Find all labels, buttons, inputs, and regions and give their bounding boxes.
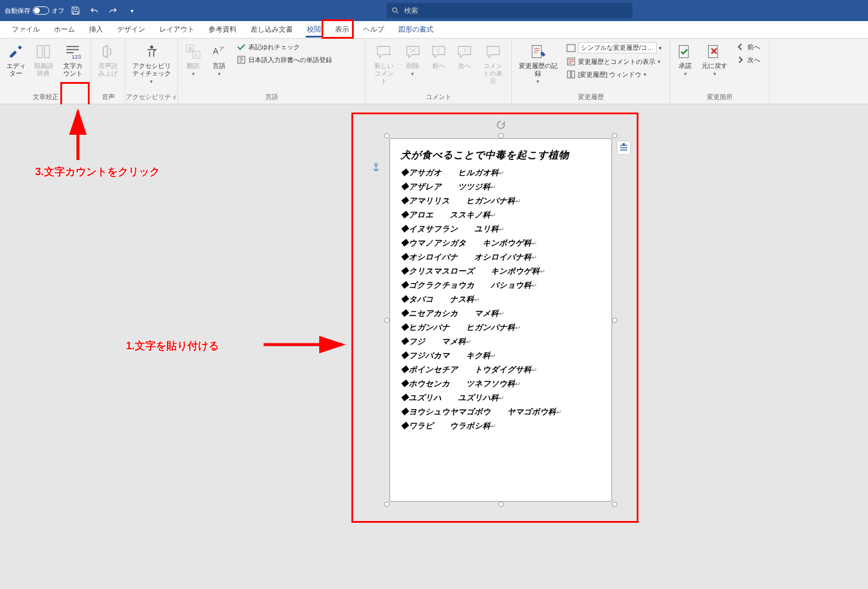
- svg-text:123: 123: [71, 53, 81, 60]
- resize-handle[interactable]: [384, 133, 389, 138]
- prev-comment-button[interactable]: 前へ: [426, 40, 452, 72]
- tab-layout[interactable]: レイアウト: [152, 21, 201, 39]
- wordcount-icon: 123: [63, 42, 82, 61]
- language-button[interactable]: Aア 言語: [206, 40, 232, 80]
- readaloud-icon: [99, 42, 118, 61]
- tab-review[interactable]: 校閲: [300, 21, 328, 39]
- accessibility-icon: [142, 42, 161, 61]
- svg-text:ア: ア: [219, 46, 224, 52]
- resize-handle[interactable]: [612, 502, 617, 507]
- display-mode-icon: [566, 43, 576, 53]
- redo-icon[interactable]: [105, 3, 121, 18]
- rotate-handle-icon[interactable]: [495, 119, 507, 131]
- autosave-label: 自動保存: [5, 6, 30, 15]
- next-comment-icon: [455, 42, 474, 61]
- annotation-arrow-step1: [264, 336, 351, 355]
- undo-icon[interactable]: [87, 3, 102, 18]
- ribbon-group-tracking: 変更履歴の記録 シンプルな変更履歴/コ… ▾ 変更履歴とコメントの表示 [変更履…: [512, 39, 670, 104]
- ime-dict-register-button[interactable]: 日本語入力辞書への単語登録: [234, 54, 334, 66]
- resize-handle[interactable]: [498, 133, 504, 138]
- autosave-toggle[interactable]: 自動保存 オフ: [5, 6, 64, 15]
- prev-change-button[interactable]: 前へ: [733, 41, 763, 53]
- ribbon-group-accessibility: アクセシビリティチェック アクセシビリティ: [125, 39, 178, 104]
- tab-design[interactable]: デザイン: [110, 21, 152, 39]
- prev-icon: [736, 42, 745, 52]
- svg-rect-15: [568, 71, 570, 78]
- svg-point-20: [623, 143, 625, 145]
- group-label-speech: 音声: [91, 91, 125, 104]
- comment-icon: [374, 42, 393, 61]
- thesaurus-button[interactable]: 類義語辞典: [30, 40, 57, 80]
- next-comment-button[interactable]: 次へ: [452, 40, 477, 72]
- svg-text:A: A: [194, 52, 198, 58]
- review-pane-button[interactable]: [変更履歴] ウィンドウ: [564, 69, 665, 80]
- track-changes-button[interactable]: 変更履歴の記録: [514, 40, 562, 87]
- track-changes-icon: [529, 42, 548, 61]
- workspace: 犬が食べることで中毒を起こす植物 ◆アサガオ ヒルガオ科↵◆アザレア ツツジ科↵…: [0, 104, 868, 589]
- delete-comment-icon: [404, 42, 422, 61]
- thesaurus-icon: [34, 42, 53, 61]
- svg-rect-2: [45, 46, 50, 58]
- svg-text:A: A: [213, 46, 219, 56]
- svg-rect-1: [37, 46, 43, 58]
- ribbon-group-language: あA 翻訳 Aア 言語 表記ゆれチェック 日本語入力辞書への単語登録 言語: [178, 39, 365, 104]
- search-icon: [391, 6, 399, 15]
- resize-handle[interactable]: [612, 318, 617, 323]
- group-label-tracking: 変更履歴: [512, 91, 669, 104]
- reject-button[interactable]: 元に戻す: [698, 40, 731, 80]
- ribbon-group-speech: 音声読み上げ 音声: [91, 39, 125, 104]
- next-change-button[interactable]: 次へ: [733, 54, 763, 66]
- tab-mailings[interactable]: 差し込み文書: [244, 21, 300, 39]
- translate-icon: あA: [184, 42, 203, 61]
- next-icon: [736, 55, 745, 64]
- ribbon-group-changes: 承諾 元に戻す 前へ 次へ 変更箇所: [670, 39, 770, 104]
- tab-references[interactable]: 参考資料: [201, 21, 244, 39]
- tab-help[interactable]: ヘルプ: [356, 21, 391, 39]
- resize-handle[interactable]: [612, 133, 617, 138]
- group-label-accessibility: アクセシビリティ: [125, 91, 177, 104]
- annotation-step1-text: 1.文字を貼り付ける: [126, 339, 219, 353]
- ribbon-tabs: ファイル ホーム 挿入 デザイン レイアウト 参考資料 差し込み文書 校閲 表示…: [0, 21, 868, 39]
- reject-icon: [705, 42, 724, 61]
- svg-rect-16: [572, 71, 575, 78]
- language-icon: Aア: [210, 42, 228, 61]
- delete-comment-button[interactable]: 削除: [400, 40, 426, 80]
- selection-handles: [387, 135, 615, 505]
- resize-handle[interactable]: [384, 502, 389, 507]
- group-label-language: 言語: [178, 91, 365, 104]
- title-bar: 自動保存 オフ ▾ 文書 1 - Word 検索: [0, 0, 868, 21]
- new-comment-button[interactable]: 新しいコメント: [368, 40, 400, 88]
- editor-icon: [6, 42, 25, 61]
- show-markup-button[interactable]: 変更履歴とコメントの表示: [564, 56, 665, 67]
- ribbon: エディター 類義語辞典 123 文字カウント 文章校正 音声読み上げ 音声: [0, 39, 868, 104]
- check-icon: [237, 42, 246, 52]
- tab-shape-format[interactable]: 図形の書式: [391, 21, 440, 39]
- textbox-shape[interactable]: 犬が食べることで中毒を起こす植物 ◆アサガオ ヒルガオ科↵◆アザレア ツツジ科↵…: [389, 138, 612, 502]
- tab-file[interactable]: ファイル: [5, 21, 47, 39]
- accessibility-check-button[interactable]: アクセシビリティチェック: [128, 40, 175, 87]
- tab-insert[interactable]: 挿入: [82, 21, 110, 39]
- ribbon-group-proofing: エディター 類義語辞典 123 文字カウント 文章校正: [0, 39, 91, 104]
- svg-point-19: [375, 164, 377, 166]
- translate-button[interactable]: あA 翻訳: [180, 40, 206, 80]
- resize-handle[interactable]: [498, 502, 504, 507]
- accept-button[interactable]: 承諾: [672, 40, 698, 80]
- tab-view[interactable]: 表示: [328, 21, 356, 39]
- search-box[interactable]: 検索: [387, 3, 633, 18]
- spelling-variant-button[interactable]: 表記ゆれチェック: [234, 41, 334, 53]
- tab-home[interactable]: ホーム: [47, 21, 82, 39]
- editor-button[interactable]: エディター: [2, 40, 30, 80]
- layout-options-button[interactable]: [617, 141, 631, 155]
- show-comments-button[interactable]: コメントの表示: [477, 40, 510, 88]
- display-mode-dropdown[interactable]: シンプルな変更履歴/コ… ▾: [564, 41, 665, 55]
- resize-handle[interactable]: [384, 318, 389, 323]
- save-icon[interactable]: [68, 3, 83, 18]
- dictionary-icon: [237, 55, 246, 64]
- svg-point-0: [392, 8, 397, 12]
- svg-text:あ: あ: [188, 46, 193, 52]
- readaloud-button[interactable]: 音声読み上げ: [94, 40, 122, 80]
- review-pane-icon: [566, 70, 576, 79]
- wordcount-button[interactable]: 123 文字カウント: [57, 40, 88, 80]
- group-label-proofing: 文章校正: [0, 91, 91, 104]
- qat-customize-icon[interactable]: ▾: [124, 3, 139, 18]
